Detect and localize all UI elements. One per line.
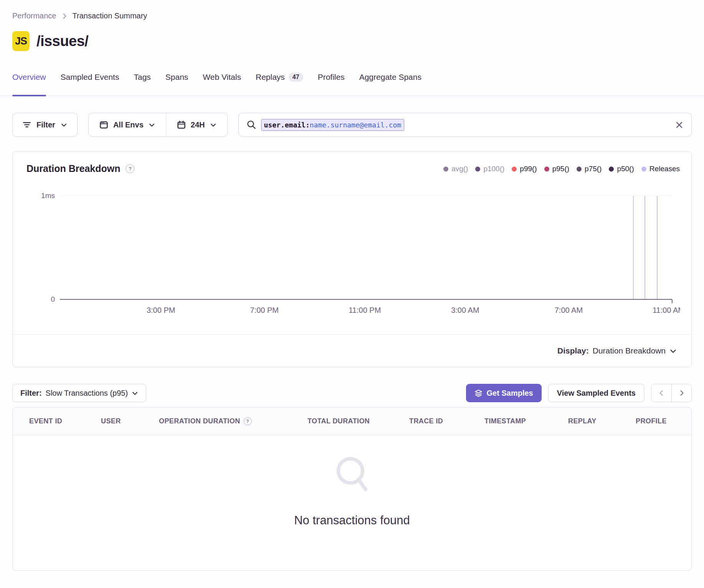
- chevron-left-icon: [658, 390, 665, 396]
- transaction-summary-page: Performance Transaction Summary JS /issu…: [0, 0, 704, 588]
- transactions-table: EVENT ID USER OPERATION DURATION ? TOTAL…: [12, 407, 692, 571]
- breadcrumb-current: Transaction Summary: [73, 12, 147, 20]
- transactions-filter-dropdown[interactable]: Filter: Slow Transactions (p95): [12, 384, 146, 402]
- tab-aggregate-spans[interactable]: Aggregate Spans: [359, 69, 421, 96]
- x-axis-tick-mark: [672, 300, 673, 303]
- previous-page-button[interactable]: [651, 384, 671, 402]
- chevron-down-icon: [210, 122, 216, 128]
- get-samples-button[interactable]: Get Samples: [466, 384, 542, 402]
- display-mode-selector[interactable]: Duration Breakdown: [593, 346, 677, 355]
- x-axis-tick-label: 7:00 AM: [555, 306, 583, 315]
- legend-label: avg(): [451, 165, 468, 173]
- y-axis-tick-max: 1ms: [13, 192, 55, 200]
- column-label: EVENT ID: [29, 417, 62, 425]
- chevron-down-icon: [149, 122, 155, 128]
- environment-selector[interactable]: All Envs: [89, 113, 166, 136]
- tab-label: Tags: [134, 73, 150, 82]
- legend-item-p99[interactable]: p99(): [512, 165, 537, 173]
- display-mode-value: Duration Breakdown: [593, 346, 666, 355]
- release-marker-line[interactable]: [633, 196, 634, 299]
- column-label: TRACE ID: [409, 417, 443, 425]
- filter-bar: Filter All Envs 24H: [12, 113, 692, 137]
- tab-replays[interactable]: Replays 47: [256, 69, 303, 96]
- chart-footer: Display: Duration Breakdown: [13, 334, 691, 367]
- column-header-replay: REPLAY: [568, 417, 636, 425]
- column-header-trace-id: TRACE ID: [409, 417, 484, 425]
- legend-item-avg[interactable]: avg(): [443, 165, 468, 173]
- breadcrumb-performance-link[interactable]: Performance: [12, 12, 56, 20]
- tab-bar: Overview Sampled Events Tags Spans Web V…: [0, 69, 704, 96]
- legend-label: Releases: [649, 165, 680, 173]
- page-title: /issues/: [36, 33, 88, 50]
- chevron-down-icon: [669, 347, 677, 355]
- table-header-row: EVENT ID USER OPERATION DURATION ? TOTAL…: [13, 408, 691, 435]
- legend-dot: [641, 167, 646, 172]
- search-token-value: name.surname@email.com: [310, 121, 401, 129]
- column-header-profile: PROFILE: [636, 417, 691, 425]
- breadcrumb: Performance Transaction Summary: [0, 0, 704, 20]
- legend-dot: [443, 167, 448, 172]
- legend-item-p75[interactable]: p75(): [577, 165, 602, 173]
- legend-label: p99(): [520, 165, 537, 173]
- tab-label: Aggregate Spans: [359, 73, 421, 82]
- y-axis-tick-min: 0: [13, 295, 55, 304]
- x-axis-tick-label: 11:00 PM: [349, 306, 381, 315]
- legend-label: p100(): [483, 165, 504, 173]
- help-icon[interactable]: ?: [244, 417, 252, 425]
- replays-count-badge: 47: [289, 73, 303, 82]
- platform-js-badge: JS: [12, 31, 30, 51]
- chart-header: Duration Breakdown ? avg() p100() p99() …: [26, 163, 680, 174]
- tab-label: Overview: [12, 73, 46, 82]
- layers-icon: [474, 389, 483, 397]
- env-date-picker-group: All Envs 24H: [88, 113, 228, 137]
- search-input[interactable]: user.email:name.surname@email.com: [238, 113, 692, 137]
- column-header-timestamp: TIMESTAMP: [484, 417, 568, 425]
- help-icon[interactable]: ?: [126, 164, 134, 173]
- empty-state: No transactions found: [13, 435, 691, 570]
- legend-item-p100[interactable]: p100(): [475, 165, 504, 173]
- legend-item-p95[interactable]: p95(): [544, 165, 569, 173]
- empty-state-message: No transactions found: [294, 514, 410, 527]
- tab-sampled-events[interactable]: Sampled Events: [61, 69, 119, 96]
- transactions-filter-value: Slow Transactions (p95): [46, 389, 128, 398]
- chart-plot-area[interactable]: 3:00 PM 7:00 PM 11:00 PM 3:00 AM 7:00 AM…: [60, 196, 680, 322]
- date-range-selector[interactable]: 24H: [166, 113, 227, 136]
- legend-item-p50[interactable]: p50(): [609, 165, 634, 173]
- pagination: [651, 384, 692, 402]
- search-token-key: user.email:: [264, 121, 310, 129]
- legend-item-releases[interactable]: Releases: [641, 165, 680, 173]
- column-header-operation-duration: OPERATION DURATION ?: [159, 417, 307, 425]
- display-label: Display:: [557, 346, 589, 355]
- column-label: USER: [101, 417, 121, 425]
- legend-dot: [609, 167, 614, 172]
- chevron-down-icon: [132, 390, 138, 396]
- view-sampled-events-label: View Sampled Events: [557, 389, 636, 398]
- tab-spans[interactable]: Spans: [165, 69, 188, 96]
- window-icon: [99, 121, 108, 129]
- legend-label: p75(): [585, 165, 602, 173]
- tab-web-vitals[interactable]: Web Vitals: [203, 69, 241, 96]
- tab-profiles[interactable]: Profiles: [318, 69, 345, 96]
- search-icon: [246, 120, 256, 130]
- chart-legend: avg() p100() p99() p95() p75() p50() Rel…: [443, 165, 680, 173]
- release-marker-line[interactable]: [645, 196, 645, 299]
- tab-label: Web Vitals: [203, 73, 241, 82]
- search-query-token[interactable]: user.email:name.surname@email.com: [261, 119, 405, 131]
- filter-button[interactable]: Filter: [12, 113, 78, 137]
- next-page-button[interactable]: [671, 384, 691, 402]
- release-marker-line[interactable]: [657, 196, 658, 299]
- tab-label: Replays: [256, 73, 285, 82]
- date-range-label: 24H: [191, 121, 205, 129]
- tab-tags[interactable]: Tags: [134, 69, 150, 96]
- close-icon: [675, 121, 684, 129]
- search-clear-button[interactable]: [675, 121, 684, 129]
- filter-button-label: Filter: [36, 121, 55, 129]
- tab-overview[interactable]: Overview: [12, 69, 46, 96]
- legend-label: p95(): [552, 165, 569, 173]
- legend-dot: [577, 167, 582, 172]
- legend-label: p50(): [617, 165, 634, 173]
- view-sampled-events-button[interactable]: View Sampled Events: [548, 384, 645, 402]
- filter-lines-icon: [23, 121, 31, 129]
- page-header: JS /issues/: [12, 30, 692, 52]
- x-axis-line: [60, 299, 672, 300]
